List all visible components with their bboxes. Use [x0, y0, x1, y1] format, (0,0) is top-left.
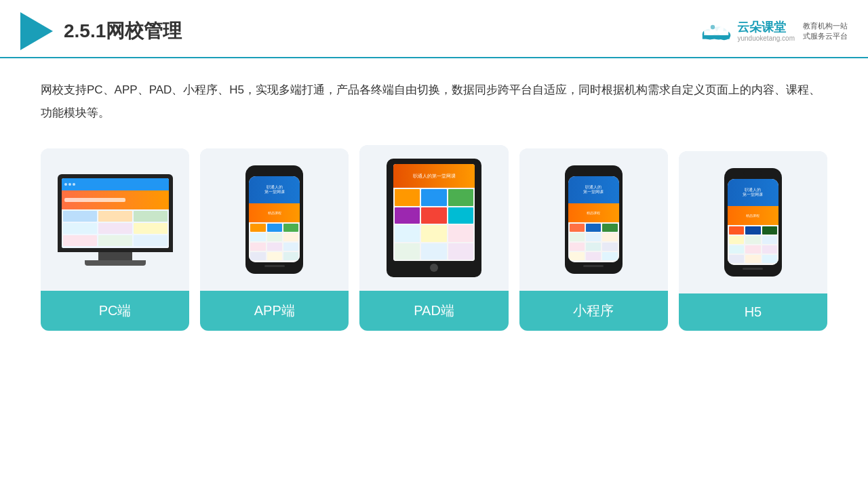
header-left: 2.5.1网校管理 [20, 12, 182, 50]
logo-triangle-icon [20, 12, 53, 50]
brand-text: 云朵课堂 yunduoketang.com [737, 20, 795, 43]
header: 2.5.1网校管理 云朵课堂 yunduoketang.com 教育机构一站 [0, 0, 868, 58]
brand-slogan: 教育机构一站式服务云平台 [803, 21, 848, 42]
card-app[interactable]: 职通人的第一堂网课 精品课程 [200, 148, 349, 331]
pc-monitor-icon [58, 174, 173, 266]
card-h5-label: H5 [679, 293, 827, 331]
brand-name: 云朵课堂 [737, 20, 786, 35]
card-h5-image: 职通人的第一堂网课 精品课程 [679, 151, 827, 287]
cards-container: PC端 职通人的第一堂网课 精品课程 [41, 145, 827, 331]
brand-url: yunduoketang.com [737, 35, 795, 42]
pad-tablet-icon: 职通人的第一堂网课 [387, 159, 481, 277]
card-pc[interactable]: PC端 [41, 148, 189, 331]
card-pc-label: PC端 [41, 291, 189, 331]
card-mini[interactable]: 职通人的第一堂网课 精品课程 [519, 148, 668, 331]
h5-phone-icon: 职通人的第一堂网课 精品课程 [724, 168, 782, 277]
card-mini-label: 小程序 [519, 291, 668, 331]
card-pad-label: PAD端 [359, 291, 508, 331]
card-mini-image: 职通人的第一堂网课 精品课程 [519, 148, 668, 284]
header-right: 云朵课堂 yunduoketang.com 教育机构一站式服务云平台 [699, 19, 848, 43]
card-h5[interactable]: 职通人的第一堂网课 精品课程 [679, 151, 827, 331]
mini-phone-icon: 职通人的第一堂网课 精品课程 [565, 165, 623, 274]
card-app-label: APP端 [200, 291, 349, 331]
card-pc-image [41, 148, 189, 284]
brand-logo [699, 19, 732, 43]
description-text: 网校支持PC、APP、PAD、小程序、H5，实现多端打通，产品各终端自由切换，数… [41, 79, 827, 125]
svg-rect-7 [705, 31, 729, 35]
content: 网校支持PC、APP、PAD、小程序、H5，实现多端打通，产品各终端自由切换，数… [0, 58, 868, 344]
app-phone-icon: 职通人的第一堂网课 精品课程 [245, 165, 303, 274]
card-pad-image: 职通人的第一堂网课 [359, 145, 508, 284]
card-app-image: 职通人的第一堂网课 精品课程 [200, 148, 349, 284]
cloud-icon [699, 19, 732, 43]
page-title: 2.5.1网校管理 [64, 18, 182, 44]
svg-point-8 [711, 25, 715, 29]
card-pad[interactable]: 职通人的第一堂网课 [359, 145, 508, 331]
